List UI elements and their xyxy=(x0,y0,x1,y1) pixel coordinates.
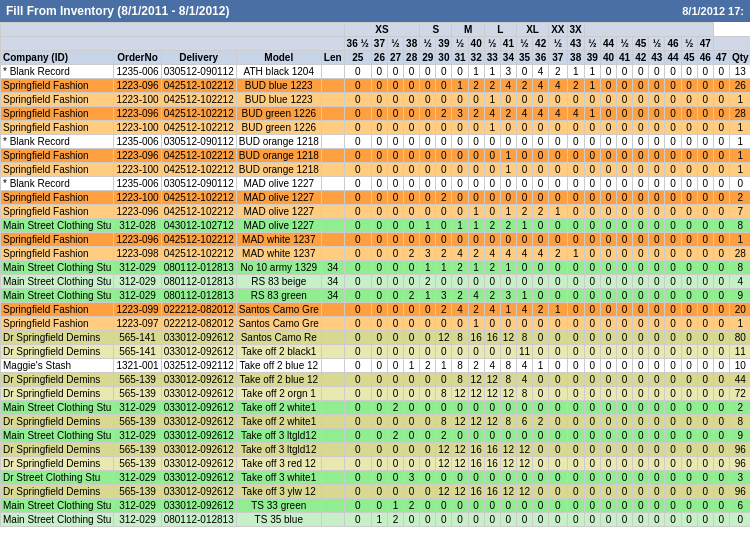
table-cell: MAD olive 1227 xyxy=(236,191,321,205)
table-cell: 0 xyxy=(549,373,567,387)
qty-pri-header xyxy=(713,37,750,51)
table-cell: 042512-102212 xyxy=(161,247,236,261)
table-cell: 0 xyxy=(649,401,665,415)
table-cell: 312-029 xyxy=(114,275,161,289)
table-cell: 0 xyxy=(567,457,584,471)
table-cell: 0 xyxy=(681,387,697,401)
table-cell: 12 xyxy=(500,443,516,457)
table-cell: 4 xyxy=(533,65,549,79)
table-cell xyxy=(321,303,344,317)
table-cell: 0 xyxy=(436,121,452,135)
table-cell: 0 xyxy=(452,401,468,415)
table-cell: 0 xyxy=(452,65,468,79)
table-cell: 0 xyxy=(567,93,584,107)
table-cell: 0 xyxy=(371,107,387,121)
table-cell: 0 xyxy=(681,107,697,121)
table-cell: Dr Springfield Demins xyxy=(1,345,114,359)
table-cell: 0 xyxy=(436,205,452,219)
table-cell: 0 xyxy=(452,471,468,485)
table-cell: 2 xyxy=(436,303,452,317)
table-cell: 0 xyxy=(600,345,616,359)
table-cell: 033012-092612 xyxy=(161,443,236,457)
table-cell: 0 xyxy=(549,485,567,499)
table-cell: Springfield Fashion xyxy=(1,233,114,247)
table-cell: 0 xyxy=(665,429,681,443)
table-row: Springfield Fashion1223-100042512-102212… xyxy=(1,121,751,135)
table-cell: Main Street Clothing Stu xyxy=(1,289,114,303)
header-title: Fill From Inventory (8/1/2011 - 8/1/2012… xyxy=(6,4,229,18)
table-cell: 0 xyxy=(500,317,516,331)
table-cell: 0 xyxy=(600,219,616,233)
table-cell: 0 xyxy=(649,415,665,429)
table-cell: 0 xyxy=(549,401,567,415)
table-cell: 0 xyxy=(452,121,468,135)
table-cell: 0 xyxy=(697,289,713,303)
table-cell: 0 xyxy=(387,289,403,303)
table-cell: 0 xyxy=(584,513,600,527)
table-cell: 0 xyxy=(681,233,697,247)
table-cell xyxy=(321,65,344,79)
table-cell xyxy=(321,471,344,485)
36-col: 36 xyxy=(533,51,549,65)
table-cell: 0 xyxy=(584,373,600,387)
table-cell: 0 xyxy=(697,191,713,205)
table-row: Maggie's Stash1321-001032512-092112Take … xyxy=(1,359,751,373)
table-cell: 0 xyxy=(633,275,649,289)
38h-header: ½ xyxy=(420,37,436,51)
table-cell: 0 xyxy=(567,177,584,191)
table-cell: Take off 3 ylw 12 xyxy=(236,485,321,499)
table-cell: Santos Camo Re xyxy=(236,331,321,345)
table-cell: 16 xyxy=(468,485,484,499)
table-cell: 4 xyxy=(484,359,500,373)
45-header: 45 xyxy=(633,37,649,51)
table-cell: 030512-090112 xyxy=(161,135,236,149)
table-cell: 0 xyxy=(584,359,600,373)
table-row: Main Street Clothing Stu312-029080112-01… xyxy=(1,275,751,289)
table-cell: 2 xyxy=(500,107,516,121)
table-cell: 0 xyxy=(420,415,436,429)
model-col: Model xyxy=(236,51,321,65)
table-cell: 6 xyxy=(516,415,532,429)
table-cell: 0 xyxy=(681,429,697,443)
table-cell: 4 xyxy=(484,303,500,317)
table-cell: 0 xyxy=(468,471,484,485)
table-cell: 0 xyxy=(468,275,484,289)
table-cell: 0 xyxy=(665,415,681,429)
table-cell: 0 xyxy=(344,79,371,93)
table-cell: 0 xyxy=(404,401,420,415)
table-cell: 0 xyxy=(436,93,452,107)
qty-cell: 20 xyxy=(729,303,750,317)
qty-cell: 0 xyxy=(729,177,750,191)
table-cell: 0 xyxy=(371,485,387,499)
table-cell: 0 xyxy=(484,191,500,205)
table-cell: 033012-092612 xyxy=(161,331,236,345)
table-cell: 3 xyxy=(436,289,452,303)
table-cell: 0 xyxy=(404,331,420,345)
table-cell: 0 xyxy=(665,317,681,331)
table-cell: Maggie's Stash xyxy=(1,359,114,373)
table-cell: 0 xyxy=(516,499,532,513)
table-cell: 1 xyxy=(500,261,516,275)
table-cell: 0 xyxy=(649,65,665,79)
table-cell: 1 xyxy=(533,359,549,373)
table-cell: Springfield Fashion xyxy=(1,317,114,331)
table-cell: 0 xyxy=(617,485,633,499)
table-cell: RS 83 green xyxy=(236,289,321,303)
table-cell: 0 xyxy=(452,499,468,513)
45h-header: ½ xyxy=(649,37,665,51)
table-cell: 0 xyxy=(404,415,420,429)
table-cell: 0 xyxy=(484,401,500,415)
table-cell: Take off 2 blue 12 xyxy=(236,359,321,373)
table-cell: 0 xyxy=(697,107,713,121)
table-cell: 0 xyxy=(549,345,567,359)
table-cell: 0 xyxy=(600,135,616,149)
table-cell: 0 xyxy=(567,485,584,499)
table-cell: 0 xyxy=(500,345,516,359)
table-cell: 0 xyxy=(633,345,649,359)
table-cell: 0 xyxy=(549,191,567,205)
table-cell: MAD white 1237 xyxy=(236,247,321,261)
table-cell: 0 xyxy=(567,345,584,359)
table-cell: 0 xyxy=(387,135,403,149)
table-cell: 0 xyxy=(404,205,420,219)
table-cell: 0 xyxy=(387,261,403,275)
